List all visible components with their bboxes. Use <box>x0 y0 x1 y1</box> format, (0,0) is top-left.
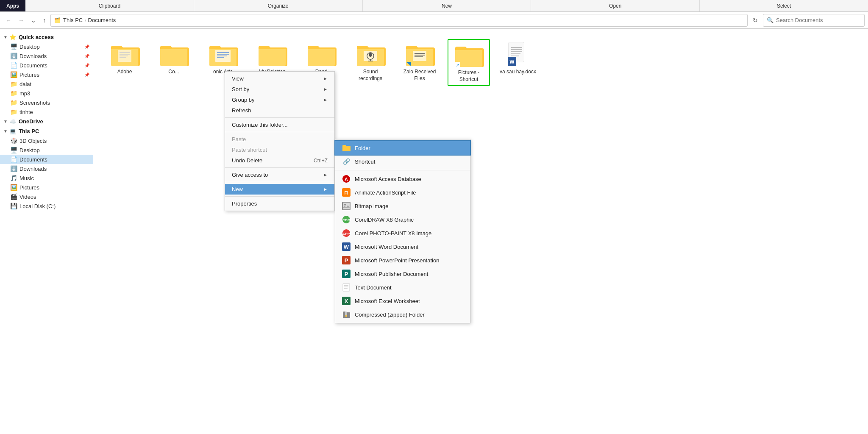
sidebar-item-pictures[interactable]: 🖼️ Pictures 📌 <box>0 70 93 79</box>
sidebar-item-label-dalat: dalat <box>19 81 31 87</box>
submenu-bitmap[interactable]: Bitmap image <box>335 199 470 213</box>
ribbon-open[interactable]: Open <box>531 0 700 11</box>
ctx-refresh[interactable]: Refresh <box>225 105 334 116</box>
sidebar-item-music[interactable]: 🎵 Music <box>0 173 93 183</box>
submenu-excel[interactable]: X Microsoft Excel Worksheet <box>335 294 470 308</box>
submenu-shortcut[interactable]: 🔗 Shortcut <box>335 155 470 168</box>
ctx-sort-by-arrow: ► <box>323 87 328 92</box>
file-va-sau-hay[interactable]: W va sau hay.docx <box>497 39 539 86</box>
ctx-group-by[interactable]: Group by ► <box>225 95 334 105</box>
address-path[interactable]: 🗂️ This PC › Documents <box>50 14 748 27</box>
sidebar-item-screenshots[interactable]: 📁 Screenshots <box>0 98 93 107</box>
sidebar-item-label-tinhte: tinhte <box>19 109 33 115</box>
ribbon-clipboard[interactable]: Clipboard <box>25 0 194 11</box>
sidebar-item-documents-pc[interactable]: 📄 Documents <box>0 155 93 164</box>
svg-text:P: P <box>345 271 348 277</box>
pin-icon-desktop: 📌 <box>84 45 89 49</box>
folder-co[interactable]: Co... <box>153 39 195 86</box>
documents-pc-icon: 📄 <box>10 156 17 163</box>
sidebar-item-tinhte[interactable]: 📁 tinhte <box>0 107 93 117</box>
file-label-va-sau-hay: va sau hay.docx <box>500 69 536 75</box>
ctx-paste[interactable]: Paste <box>225 134 334 145</box>
submenu-text[interactable]: Text Document <box>335 281 470 294</box>
sidebar-item-label-downloads: Downloads <box>19 53 47 59</box>
sidebar-item-local-disk[interactable]: 💾 Local Disk (C:) <box>0 201 93 211</box>
ctx-sort-by[interactable]: Sort by ► <box>225 84 334 95</box>
ctx-sep-3 <box>225 167 334 168</box>
refresh-button[interactable]: ↻ <box>750 15 760 25</box>
sidebar-item-label-screenshots: Screenshots <box>19 100 50 106</box>
sidebar-this-pc[interactable]: ▼ 💻 This PC <box>0 126 93 136</box>
apps-button[interactable]: Apps <box>0 0 25 11</box>
ctx-customize-folder[interactable]: Customize this folder... <box>225 120 334 130</box>
folder-pictures-shortcut[interactable]: ↗ Pictures - Shortcut <box>448 39 490 86</box>
forward-button[interactable]: → <box>16 16 26 25</box>
sidebar-item-label-pictures: Pictures <box>19 72 39 78</box>
ctx-view[interactable]: View ► <box>225 73 334 84</box>
folder-my-palettes-icon <box>257 42 287 67</box>
folder-adobe[interactable]: Adobe <box>103 39 146 86</box>
submenu-zip[interactable]: Compressed (zipped) Folder <box>335 308 470 321</box>
submenu-text-label: Text Document <box>355 284 392 291</box>
ctx-new-arrow: ► <box>323 187 328 192</box>
folder-sound-recordings[interactable]: Sound recordings <box>349 39 392 86</box>
sidebar-item-dalat[interactable]: 📁 dalat <box>0 79 93 89</box>
submenu-text-icon <box>342 283 351 292</box>
sidebar-item-downloads-pc[interactable]: ⬇️ Downloads <box>0 164 93 173</box>
pictures-icon: 🖼️ <box>10 71 17 78</box>
ctx-properties[interactable]: Properties <box>225 198 334 209</box>
pictures-pc-icon: 🖼️ <box>10 184 17 191</box>
ribbon-organize[interactable]: Organize <box>194 0 363 11</box>
folder-zalo[interactable]: Zalo Received Files <box>398 39 441 86</box>
sidebar-item-videos[interactable]: 🎬 Videos <box>0 192 93 201</box>
3d-objects-icon: 🎲 <box>10 137 17 144</box>
quick-access-chevron: ▼ <box>3 35 8 39</box>
search-icon: 🔍 <box>767 17 773 23</box>
ctx-properties-label: Properties <box>232 200 257 207</box>
submenu-powerpoint[interactable]: P Microsoft PowerPoint Presentation <box>335 253 470 267</box>
submenu-corel-photo-label: Corel PHOTO-PAINT X8 Image <box>355 230 431 236</box>
onedrive-label: OneDrive <box>19 118 43 125</box>
svg-rect-48 <box>343 284 350 291</box>
submenu-animate[interactable]: Fl Animate ActionScript File <box>335 186 470 199</box>
sidebar-item-documents[interactable]: 📄 Documents 📌 <box>0 61 93 70</box>
ctx-give-access-label: Give access to <box>232 172 268 178</box>
ribbon-new[interactable]: New <box>363 0 531 11</box>
ribbon-select[interactable]: Select <box>700 0 868 11</box>
ctx-undo-delete[interactable]: Undo Delete Ctrl+Z <box>225 155 334 166</box>
this-pc-icon: 💻 <box>9 128 16 134</box>
ctx-sep-5 <box>225 196 334 197</box>
submenu-word[interactable]: W Microsoft Word Document <box>335 240 470 253</box>
submenu-folder[interactable]: Folder <box>335 141 470 155</box>
submenu-access[interactable]: A Microsoft Access Database <box>335 172 470 186</box>
recent-locations-button[interactable]: ⌄ <box>29 16 38 25</box>
sidebar-item-downloads[interactable]: ⬇️ Downloads 📌 <box>0 51 93 61</box>
submenu-corel-photo[interactable]: CPP Corel PHOTO-PAINT X8 Image <box>335 226 470 240</box>
ctx-paste-shortcut[interactable]: Paste shortcut <box>225 145 334 155</box>
sidebar-item-desktop[interactable]: 🖥️ Desktop 📌 <box>0 42 93 51</box>
search-box[interactable]: 🔍 <box>763 14 865 27</box>
sidebar-item-pictures-pc[interactable]: 🖼️ Pictures <box>0 183 93 192</box>
submenu-coreldraw[interactable]: CDR CorelDRAW X8 Graphic <box>335 213 470 226</box>
sidebar-onedrive[interactable]: ▼ ☁️ OneDrive <box>0 117 93 126</box>
ctx-paste-shortcut-label: Paste shortcut <box>232 147 267 153</box>
submenu-publisher[interactable]: P Microsoft Publisher Document <box>335 267 470 281</box>
back-button[interactable]: ← <box>3 16 14 25</box>
sidebar-item-label-desktop-pc: Desktop <box>19 147 40 153</box>
up-button[interactable]: ↑ <box>41 16 48 25</box>
ctx-sep-1 <box>225 117 334 118</box>
sidebar-item-mp3[interactable]: 📁 mp3 <box>0 89 93 98</box>
content-area: Adobe Co... <box>93 29 868 434</box>
ctx-paste-label: Paste <box>232 136 246 142</box>
sidebar-quick-access[interactable]: ▼ ⭐ Quick access <box>0 32 93 42</box>
pin-icon-documents: 📌 <box>84 63 89 68</box>
sidebar-item-desktop-pc[interactable]: 🖥️ Desktop <box>0 145 93 155</box>
ctx-new[interactable]: New ► <box>225 184 334 195</box>
sidebar-item-label-documents-pc: Documents <box>19 156 47 163</box>
sidebar-item-3d-objects[interactable]: 🎲 3D Objects <box>0 136 93 145</box>
submenu-powerpoint-label: Microsoft PowerPoint Presentation <box>355 257 439 264</box>
search-input[interactable] <box>776 17 861 23</box>
submenu-bitmap-icon <box>342 202 351 210</box>
ctx-give-access[interactable]: Give access to ► <box>225 170 334 180</box>
file-docx-icon: W <box>505 42 531 67</box>
